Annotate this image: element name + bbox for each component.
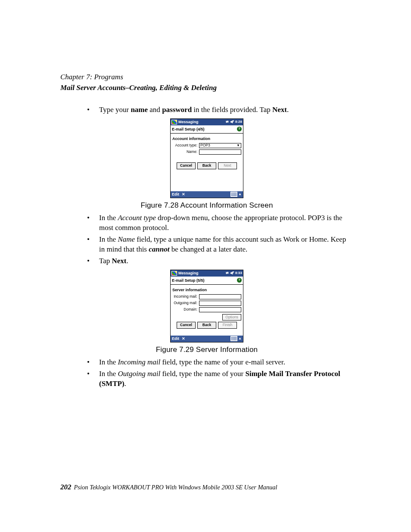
start-flag-icon: [171, 120, 177, 124]
bullet-5: In the Incoming mail field, type the nam…: [87, 358, 353, 367]
bullet-4: Tap Next.: [87, 256, 353, 266]
device1-bottom-bar: Edit ✕ ▲: [171, 191, 243, 198]
chevron-down-icon: ▼: [237, 143, 240, 148]
figure-7-29-caption: Figure 7.29 Server Information: [60, 345, 353, 355]
device2-titlebar: Messaging ⇄ ◀ᴱ 8:33: [171, 270, 243, 277]
name-label: Name:: [172, 149, 199, 154]
help-icon: ?: [237, 278, 242, 283]
keyboard-icon[interactable]: [230, 336, 237, 341]
edit-menu[interactable]: Edit: [172, 336, 179, 341]
close-icon[interactable]: ✕: [182, 192, 185, 197]
account-type-select[interactable]: POP3▼: [199, 143, 241, 148]
chapter-label: Chapter 7: Programs: [60, 72, 353, 82]
account-type-label: Account type:: [172, 143, 199, 148]
device1-section-title: Account information: [172, 136, 241, 141]
domain-label: Domain:: [172, 307, 199, 312]
volume-icon: ◀ᴱ: [230, 271, 234, 276]
status-icons: ⇄ ◀ᴱ 8:33: [226, 271, 242, 276]
incoming-mail-label: Incoming mail:: [172, 294, 199, 299]
edit-menu[interactable]: Edit: [172, 192, 179, 197]
bullet-3: In the Name field, type a unique name fo…: [87, 235, 353, 255]
options-button[interactable]: Options: [222, 314, 241, 320]
back-button[interactable]: Back: [197, 322, 216, 328]
device2-section-title: Server information: [172, 287, 241, 292]
cancel-button[interactable]: Cancel: [177, 322, 196, 328]
finish-button[interactable]: Finish: [218, 322, 237, 328]
connectivity-icon: ⇄: [226, 271, 229, 276]
sip-up-icon[interactable]: ▲: [238, 336, 242, 341]
outgoing-mail-label: Outgoing mail:: [172, 301, 199, 305]
bullet-6: In the Outgoing mail field, type the nam…: [87, 369, 353, 389]
connectivity-icon: ⇄: [226, 120, 229, 124]
status-icons: ⇄ ◀ᴱ 8:28: [226, 120, 242, 124]
device1-subhead: E-mail Setup (4/5) ?: [171, 125, 243, 134]
section-heading: Mail Server Accounts–Creating, Editing &…: [60, 83, 353, 93]
outgoing-mail-input[interactable]: [199, 301, 241, 306]
device2-subhead: E-mail Setup (5/5) ?: [171, 277, 243, 285]
device2-bottom-bar: Edit ✕ ▲: [171, 336, 243, 342]
next-button[interactable]: Next: [218, 162, 237, 169]
device2-title: Messaging: [178, 271, 224, 276]
bullet-2: In the Account type drop-down menu, choo…: [87, 213, 353, 233]
bullet-1: Type your name and password in the field…: [87, 105, 353, 115]
figure-7-29-device: Messaging ⇄ ◀ᴱ 8:33 E-mail Setup (5/5) ?…: [170, 270, 243, 342]
page-number: 202: [60, 483, 72, 491]
device1-title: Messaging: [178, 119, 224, 124]
help-icon: ?: [237, 127, 242, 131]
device1-titlebar: Messaging ⇄ ◀ᴱ 8:28: [171, 119, 243, 125]
cancel-button[interactable]: Cancel: [177, 162, 196, 169]
close-icon[interactable]: ✕: [182, 336, 185, 341]
back-button[interactable]: Back: [197, 162, 216, 169]
incoming-mail-input[interactable]: [199, 294, 241, 299]
volume-icon: ◀ᴱ: [230, 120, 234, 124]
start-flag-icon: [171, 271, 177, 276]
page-footer: 202Psion Teklogix WORKABOUT PRO With Win…: [60, 482, 353, 492]
footer-text: Psion Teklogix WORKABOUT PRO With Window…: [74, 484, 277, 491]
clock-text: 8:33: [235, 271, 242, 276]
figure-7-28-caption: Figure 7.28 Account Information Screen: [60, 201, 353, 211]
name-input[interactable]: [199, 149, 241, 155]
clock-text: 8:28: [235, 120, 242, 124]
keyboard-icon[interactable]: [230, 192, 237, 197]
sip-up-icon[interactable]: ▲: [238, 192, 242, 197]
figure-7-28-device: Messaging ⇄ ◀ᴱ 8:28 E-mail Setup (4/5) ?…: [170, 118, 243, 198]
domain-input[interactable]: [199, 307, 241, 312]
